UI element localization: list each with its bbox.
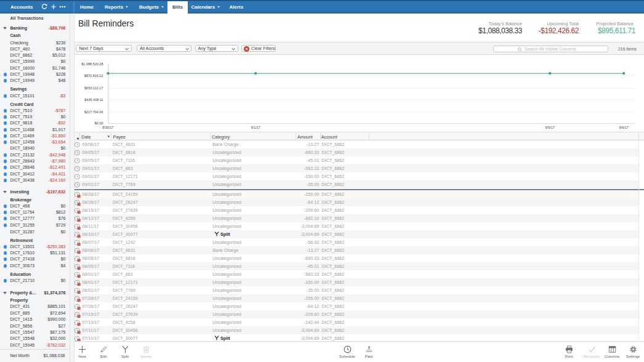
svg-text:9/5/17: 9/5/17 [545, 126, 555, 129]
svg-text:$0.00: $0.00 [95, 121, 103, 125]
svg-text:9/6/17: 9/6/17 [619, 126, 629, 129]
svg-text:$435,408.11: $435,408.11 [84, 98, 103, 102]
svg-text:9/1/17: 9/1/17 [251, 126, 260, 129]
svg-text:$1,088,520.28: $1,088,520.28 [81, 62, 103, 66]
svg-text:$653,112.17: $653,112.17 [84, 86, 103, 90]
svg-text:$870,816.22: $870,816.22 [84, 74, 103, 78]
svg-text:8/30/17: 8/30/17 [102, 126, 113, 129]
svg-text:$217,704.06: $217,704.06 [84, 110, 103, 114]
